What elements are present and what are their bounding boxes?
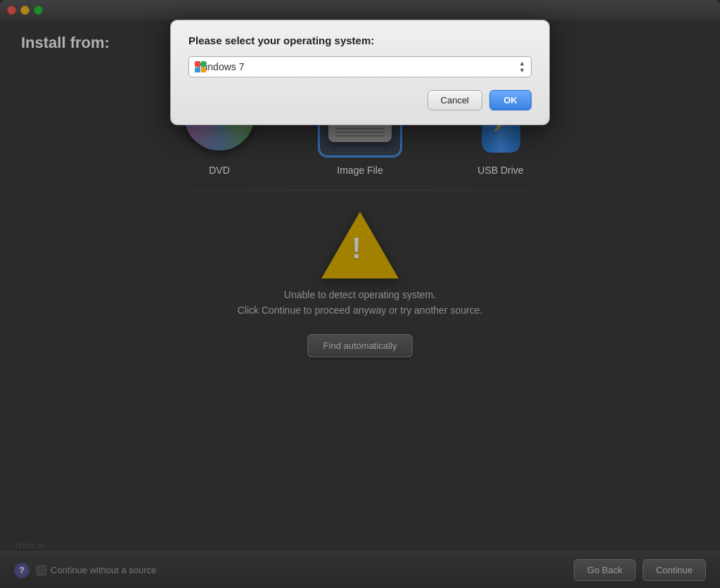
dialog-title: Please select your operating system: bbox=[188, 34, 532, 46]
flag-green bbox=[201, 61, 207, 67]
os-select-wrapper: Windows 7 ▲ ▼ bbox=[188, 56, 532, 77]
flag-blue bbox=[195, 68, 200, 73]
flag-yellow bbox=[201, 68, 207, 73]
flag-red bbox=[195, 61, 200, 67]
os-select-dialog: Please select your operating system: Win… bbox=[170, 20, 550, 125]
os-select-display[interactable]: Windows 7 ▲ ▼ bbox=[188, 56, 532, 77]
select-arrows-icon: ▲ ▼ bbox=[519, 60, 525, 74]
windows-flag-icon bbox=[195, 61, 206, 72]
dialog-cancel-button[interactable]: Cancel bbox=[428, 90, 482, 110]
main-window: Install from: DVD bbox=[0, 0, 720, 588]
dialog-ok-button[interactable]: OK bbox=[489, 90, 532, 110]
dialog-overlay: Please select your operating system: Win… bbox=[0, 0, 720, 588]
dialog-buttons: Cancel OK bbox=[188, 90, 532, 110]
